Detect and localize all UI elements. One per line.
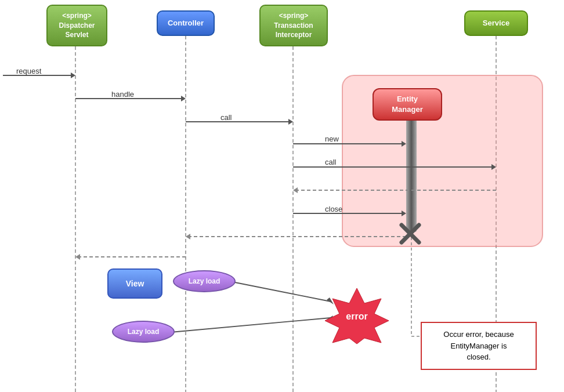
- label-close: close: [325, 205, 342, 213]
- view-box: View: [107, 268, 162, 299]
- entity-manager-label: Entity Manager: [392, 94, 422, 115]
- dispatcher-servlet-actor: <spring> Dispatcher Servlet: [46, 5, 107, 46]
- svg-marker-9: [181, 96, 186, 101]
- service-actor: Service: [464, 10, 528, 36]
- lazy-load-oval-1: Lazy load: [173, 270, 236, 292]
- label-call1: call: [220, 113, 232, 122]
- svg-text:error: error: [346, 311, 367, 321]
- svg-line-24: [232, 282, 331, 302]
- error-note-text: Occur error, because EntityManager is cl…: [443, 330, 514, 361]
- label-new: new: [325, 135, 339, 143]
- label-request: request: [16, 67, 41, 75]
- controller-actor: Controller: [157, 10, 215, 36]
- transaction-interceptor-label: <spring> Transaction Interceptor: [274, 11, 313, 40]
- view-label: View: [126, 279, 144, 288]
- x-mark: [398, 222, 422, 246]
- diagram-container: <spring> Dispatcher Servlet Controller <…: [0, 0, 564, 392]
- service-label: Service: [483, 19, 509, 28]
- svg-marker-17: [293, 187, 298, 193]
- dispatcher-servlet-label: <spring> Dispatcher Servlet: [59, 11, 95, 40]
- error-burst-svg: error: [319, 287, 395, 345]
- svg-marker-19: [402, 210, 406, 216]
- error-note: Occur error, because EntityManager is cl…: [421, 322, 537, 370]
- label-handle: handle: [111, 90, 134, 99]
- entity-manager-box: Entity Manager: [373, 88, 442, 121]
- svg-marker-23: [75, 254, 80, 260]
- svg-line-26: [171, 318, 331, 332]
- svg-marker-11: [288, 119, 293, 125]
- transaction-interceptor-actor: <spring> Transaction Interceptor: [259, 5, 328, 46]
- label-call2: call: [325, 158, 337, 166]
- lazy-load-oval-2: Lazy load: [112, 321, 175, 343]
- lazy-load-2-label: Lazy load: [128, 328, 160, 336]
- svg-marker-7: [71, 72, 75, 78]
- svg-marker-15: [491, 164, 496, 170]
- svg-marker-21: [186, 234, 190, 239]
- svg-marker-13: [402, 141, 406, 147]
- controller-label: Controller: [168, 19, 204, 28]
- lazy-load-1-label: Lazy load: [189, 277, 220, 285]
